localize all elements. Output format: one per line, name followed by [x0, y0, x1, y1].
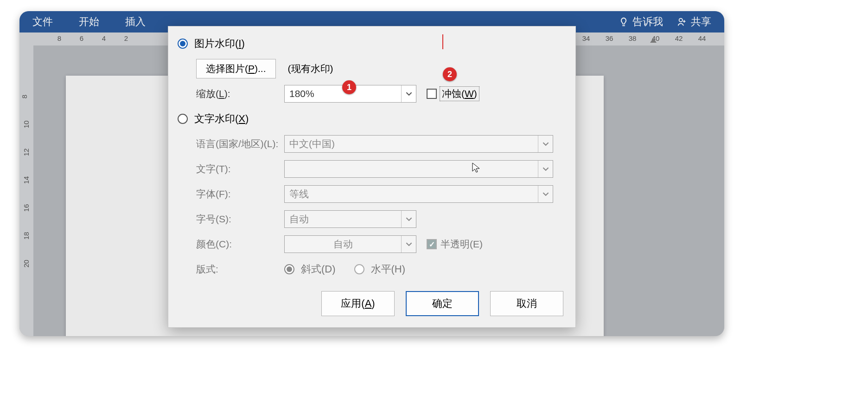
radio-icon — [354, 264, 364, 274]
scale-label: 缩放(L): — [178, 87, 284, 100]
text-caret — [442, 34, 443, 49]
radio-icon — [284, 264, 294, 274]
checkbox-icon — [427, 89, 437, 99]
language-label: 语言(国家/地区)(L): — [178, 137, 284, 150]
cursor-icon — [472, 162, 481, 173]
layout-horizontal-radio[interactable]: 水平(H) — [354, 262, 406, 276]
radio-icon — [178, 114, 188, 124]
chevron-down-icon[interactable] — [538, 161, 553, 177]
semitransparent-checkbox[interactable]: 半透明(E) — [427, 238, 483, 251]
image-watermark-radio[interactable]: 图片水印(I) — [178, 37, 245, 51]
text-label: 文字(T): — [178, 162, 284, 175]
annotation-badge-1: 1 — [342, 80, 356, 94]
font-label: 字体(F): — [178, 188, 284, 201]
layout-diagonal-radio[interactable]: 斜式(D) — [284, 262, 336, 276]
chevron-down-icon[interactable] — [401, 211, 416, 227]
ok-button[interactable]: 确定 — [406, 291, 479, 316]
app-window: 文件 开始 插入 告诉我 共享 8 6 4 2 34 36 38 40 42 4… — [19, 11, 724, 336]
existing-watermark-label: (现有水印) — [288, 62, 333, 75]
chevron-down-icon[interactable] — [401, 236, 416, 253]
fontsize-label: 字号(S): — [178, 213, 284, 226]
text-watermark-radio[interactable]: 文字水印(X) — [178, 112, 249, 126]
color-label: 颜色(C): — [178, 238, 284, 251]
chevron-down-icon[interactable] — [538, 136, 553, 152]
watermark-dialog: 图片水印(I) 选择图片(P)... (现有水印) 缩放(L): 180% — [168, 26, 576, 328]
color-combobox[interactable]: 自动 — [284, 235, 416, 253]
checkbox-icon — [427, 239, 437, 249]
chevron-down-icon[interactable] — [538, 186, 553, 202]
apply-button[interactable]: 应用(A) — [321, 291, 395, 316]
select-picture-button[interactable]: 选择图片(P)... — [196, 59, 276, 78]
layout-label: 版式: — [178, 263, 284, 276]
text-combobox[interactable] — [284, 160, 553, 178]
washout-checkbox[interactable]: 冲蚀(W) — [427, 86, 479, 101]
language-combobox[interactable]: 中文(中国) — [284, 135, 553, 153]
font-combobox[interactable]: 等线 — [284, 185, 553, 203]
radio-icon — [178, 39, 188, 49]
cancel-button[interactable]: 取消 — [490, 291, 563, 316]
chevron-down-icon[interactable] — [401, 85, 416, 102]
annotation-badge-2: 2 — [443, 67, 457, 81]
fontsize-combobox[interactable]: 自动 — [284, 210, 416, 228]
